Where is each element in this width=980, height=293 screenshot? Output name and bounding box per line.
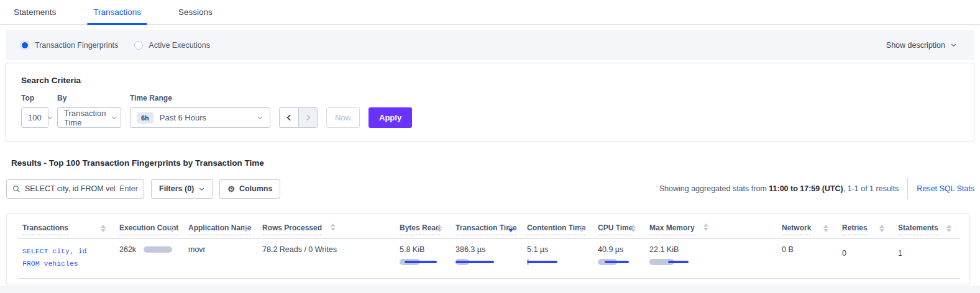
column-header-transaction-time[interactable]: Transaction Time [451, 214, 522, 239]
apply-button[interactable]: Apply [369, 107, 412, 128]
top-select[interactable]: 100 [21, 107, 48, 128]
now-button[interactable]: Now [326, 107, 360, 128]
column-header-bytes-read[interactable]: Bytes Read [395, 214, 451, 239]
columns-label: Columns [239, 184, 272, 193]
cell-max-memory: 22.1 KiB [644, 239, 777, 279]
contention-time-bar [527, 259, 572, 265]
sort-icon[interactable] [331, 223, 336, 231]
bar-line [668, 261, 689, 263]
stats-note: Showing aggregated stats from 11:00 to 1… [659, 184, 899, 193]
radio-label: Transaction Fingerprints [35, 41, 118, 50]
table-header-row: Transactions Execution Count Application… [17, 214, 960, 239]
cell-transactions: SELECT city, id FROM vehicles [17, 239, 114, 279]
transaction-time-value: 386.3 µs [456, 245, 516, 254]
tab-sessions[interactable]: Sessions [172, 0, 219, 24]
chevron-down-icon [198, 186, 205, 192]
search-criteria-title: Search Criteria [21, 76, 959, 85]
tab-bar: Statements Transactions Sessions [0, 0, 980, 25]
column-header-statements[interactable]: Statements [893, 214, 960, 239]
column-header-max-memory[interactable]: Max Memory [644, 214, 777, 239]
sort-asc-icon [244, 225, 249, 228]
sort-icon[interactable] [170, 225, 175, 232]
cpu-time-value: 40.9 µs [598, 245, 638, 254]
column-header-rows-processed[interactable]: Rows Processed [257, 214, 395, 239]
cell-cpu-time: 40.9 µs [593, 239, 644, 279]
cell-contention-time: 5.1 µs [522, 239, 593, 279]
sort-icon[interactable] [879, 225, 884, 232]
show-description-label: Show description [886, 41, 945, 50]
transaction-time-bar [456, 259, 500, 265]
sort-icon[interactable] [946, 225, 951, 232]
column-header-application-name[interactable]: Application Name [183, 214, 257, 239]
enter-button[interactable]: Enter [119, 184, 138, 193]
transaction-fingerprint-link[interactable]: SELECT city, id FROM vehicles [22, 245, 108, 269]
by-select[interactable]: Transaction Time [57, 107, 121, 128]
search-input-value[interactable]: SELECT city, id FROM vehicles W [25, 184, 115, 193]
column-header-execution-count[interactable]: Execution Count [114, 214, 183, 239]
cell-retries: 0 [837, 239, 893, 279]
sort-icon[interactable] [823, 225, 828, 232]
sort-desc-icon [879, 229, 884, 232]
radio-selected-icon [21, 41, 29, 50]
execution-count-bar [144, 246, 172, 253]
transactions-page: Statements Transactions Sessions Transac… [0, 0, 980, 293]
stats-suffix: , 1-1 of 1 results [843, 184, 899, 193]
search-input[interactable]: SELECT city, id FROM vehicles W Enter [6, 179, 144, 199]
sort-icon[interactable] [703, 223, 708, 231]
column-header-network[interactable]: Network [777, 214, 837, 239]
column-header-contention-time[interactable]: Contention Time [522, 214, 593, 239]
sort-asc-icon [823, 225, 828, 228]
sort-asc-icon [631, 225, 636, 228]
time-prev-button[interactable] [280, 108, 298, 127]
cell-bytes-read: 5.8 KiB [395, 239, 451, 279]
filters-button[interactable]: Filters (0) [151, 179, 213, 199]
bar-line [605, 261, 629, 263]
radio-transaction-fingerprints[interactable]: Transaction Fingerprints [21, 41, 118, 50]
cell-execution-count: 262k [114, 239, 183, 279]
cell-rows-processed: 78.2 Reads / 0 Writes [257, 239, 395, 279]
column-header-transactions[interactable]: Transactions [17, 214, 114, 239]
sort-icon[interactable] [437, 225, 442, 232]
show-description-toggle[interactable]: Show description [886, 41, 959, 50]
tab-statements[interactable]: Statements [7, 0, 62, 24]
by-label: By [57, 94, 121, 102]
tab-transactions[interactable]: Transactions [87, 0, 147, 24]
sort-desc-icon [631, 229, 636, 232]
sort-icon[interactable] [579, 225, 584, 232]
sort-desc-icon [170, 229, 175, 232]
view-radio-group: Transaction Fingerprints Active Executio… [21, 41, 210, 50]
column-header-cpu-time[interactable]: CPU Time [593, 214, 644, 239]
results-table-card: Transactions Execution Count Application… [6, 213, 970, 284]
time-next-button[interactable] [298, 108, 317, 127]
sort-icon[interactable] [244, 225, 249, 232]
max-memory-bar [649, 259, 694, 265]
time-range-field: Time Range 6h Past 6 Hours [130, 94, 270, 128]
reset-sql-stats-link[interactable]: Reset SQL Stats [917, 184, 974, 193]
sort-asc-icon [437, 225, 442, 228]
sort-desc-icon [508, 229, 513, 232]
bar-line [405, 261, 437, 263]
sort-icon[interactable] [101, 225, 106, 232]
stats-prefix: Showing aggregated stats from [659, 184, 769, 193]
columns-button[interactable]: ⚙ Columns [219, 179, 280, 199]
sort-icon[interactable] [508, 225, 513, 232]
sort-asc-icon [879, 225, 884, 228]
top-label: Top [21, 94, 48, 102]
time-range-select[interactable]: 6h Past 6 Hours [130, 107, 270, 128]
chevron-down-icon [111, 114, 117, 121]
gear-icon: ⚙ [227, 185, 235, 193]
radio-active-executions[interactable]: Active Executions [134, 41, 210, 50]
time-range-arrows [279, 107, 318, 128]
column-header-retries[interactable]: Retries [837, 214, 893, 239]
sort-desc-icon [579, 229, 584, 232]
by-field: By Transaction Time [57, 94, 121, 128]
radio-unselected-icon [134, 41, 143, 50]
cell-application-name: movr [183, 239, 257, 279]
sort-icon[interactable] [631, 225, 636, 232]
sort-asc-icon [101, 225, 106, 228]
cell-transaction-time: 386.3 µs [451, 239, 522, 279]
cpu-time-bar [598, 259, 643, 265]
radio-label: Active Executions [149, 41, 210, 50]
time-range-badge: 6h [137, 112, 153, 124]
page-background-strip [0, 286, 980, 293]
